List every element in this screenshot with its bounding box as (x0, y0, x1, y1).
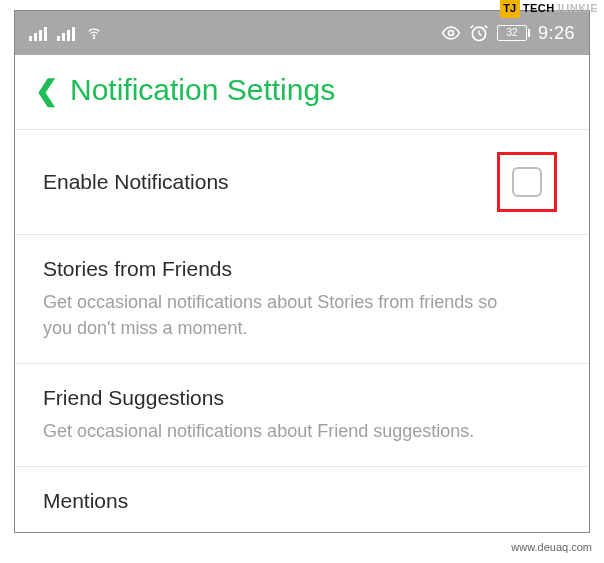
clock: 9:26 (538, 23, 575, 44)
row-stories-from-friends[interactable]: Stories from Friends Get occasional noti… (15, 235, 589, 364)
row-title: Friend Suggestions (43, 386, 561, 410)
svg-point-0 (93, 37, 94, 38)
device-frame: 32 9:26 ❮ Notification Settings Enable N… (14, 10, 590, 533)
eye-icon (441, 23, 461, 43)
enable-notifications-checkbox[interactable] (512, 167, 542, 197)
row-desc: Get occasional notifications about Frien… (43, 418, 503, 444)
row-title: Enable Notifications (43, 170, 229, 194)
watermark-url: www.deuaq.com (511, 541, 592, 553)
page-header: ❮ Notification Settings (15, 55, 589, 129)
svg-point-1 (448, 31, 453, 36)
row-mentions[interactable]: Mentions (15, 467, 589, 533)
battery-indicator: 32 (497, 25, 530, 41)
signal-icon (29, 25, 47, 41)
page-title: Notification Settings (70, 73, 335, 107)
row-enable-notifications[interactable]: Enable Notifications (15, 130, 589, 235)
tj-logo-text: TECHJUNKIE (523, 2, 598, 14)
row-title: Stories from Friends (43, 257, 561, 281)
row-title: Mentions (43, 489, 561, 513)
alarm-icon (469, 23, 489, 43)
back-icon[interactable]: ❮ (35, 74, 58, 107)
wifi-icon (85, 26, 103, 40)
row-friend-suggestions[interactable]: Friend Suggestions Get occasional notifi… (15, 364, 589, 467)
status-right: 32 9:26 (441, 23, 575, 44)
watermark-techjunkie: TJ TECHJUNKIE (500, 0, 598, 18)
checkbox-highlight (497, 152, 557, 212)
row-desc: Get occasional notifications about Stori… (43, 289, 503, 341)
tj-logo-icon: TJ (500, 0, 520, 18)
signal-icon-2 (57, 25, 75, 41)
status-left (29, 25, 103, 41)
